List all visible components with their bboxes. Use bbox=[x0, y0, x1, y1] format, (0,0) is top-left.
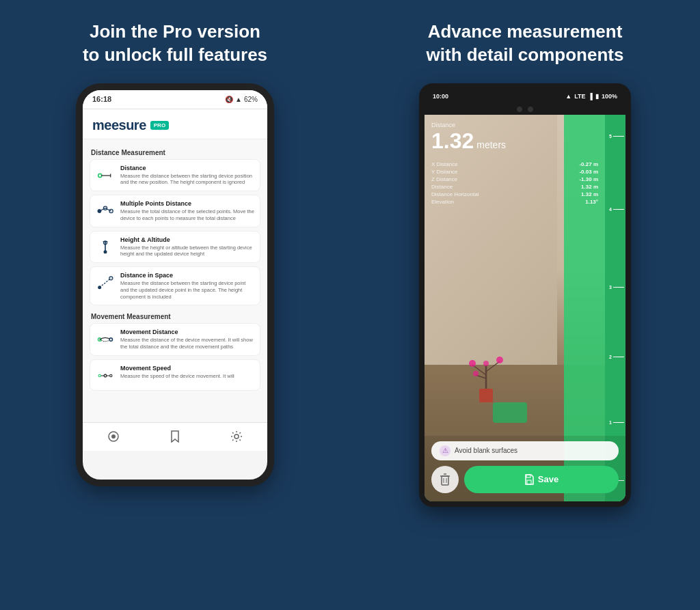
nav-home-icon[interactable] bbox=[107, 430, 120, 443]
svg-point-21 bbox=[105, 375, 106, 376]
menu-item-distance[interactable]: Distance Measure the distance between th… bbox=[90, 159, 260, 192]
nav-settings-icon[interactable] bbox=[230, 430, 243, 443]
meas-row-x: X Distance -0.27 m bbox=[431, 161, 598, 167]
phone-nav-bar bbox=[83, 422, 267, 451]
svg-point-28 bbox=[234, 434, 239, 439]
lte-icon: LTE bbox=[574, 93, 585, 100]
svg-rect-29 bbox=[479, 389, 493, 402]
svg-point-17 bbox=[110, 339, 112, 341]
svg-point-27 bbox=[111, 434, 116, 439]
app-header: meesure PRO bbox=[83, 109, 267, 139]
left-phone-content: meesure PRO Distance Measurement bbox=[83, 109, 267, 451]
camera-dot-1 bbox=[517, 107, 522, 112]
svg-point-19 bbox=[99, 375, 100, 376]
section-movement: Movement Measurement bbox=[90, 309, 260, 323]
save-label: Save bbox=[538, 474, 558, 484]
space-icon bbox=[96, 273, 115, 292]
menu-list: Distance Measurement Distance Measure th… bbox=[83, 139, 267, 422]
movement-speed-icon bbox=[96, 366, 115, 385]
menu-item-movement-distance[interactable]: Movement Distance Measure the distance o… bbox=[90, 323, 260, 356]
distance-icon bbox=[96, 166, 115, 185]
svg-rect-43 bbox=[527, 480, 531, 484]
measurements-table: X Distance -0.27 m Y Distance -0.03 m Z … bbox=[431, 161, 598, 205]
delete-button[interactable] bbox=[431, 466, 459, 493]
section-distance: Distance Measurement bbox=[90, 145, 260, 159]
right-title: Advance measurement with detail componen… bbox=[427, 20, 624, 67]
battery-full-icon: ▮ bbox=[595, 93, 599, 100]
svg-line-13 bbox=[100, 278, 111, 287]
movement-speed-text: Movement Speed Measure the speed of the … bbox=[120, 365, 234, 380]
distance-value: 1.32 bbox=[431, 130, 474, 152]
menu-item-multiple-points[interactable]: Multiple Points Distance Measure the tot… bbox=[90, 195, 260, 227]
camera-dot-2 bbox=[528, 107, 533, 112]
avoid-surfaces-bar: ⚠ Avoid blank surfaces bbox=[431, 441, 619, 460]
avoid-surfaces-text: Avoid blank surfaces bbox=[455, 447, 517, 454]
warning-icon: ⚠ bbox=[440, 445, 450, 456]
space-text: Distance in Space Measure the distance b… bbox=[120, 272, 254, 300]
pro-badge: PRO bbox=[150, 121, 169, 130]
save-button[interactable]: Save bbox=[464, 466, 619, 493]
height-text: Height & Altitude Measure the height or … bbox=[120, 236, 254, 258]
svg-point-3 bbox=[99, 174, 101, 176]
multiple-points-text: Multiple Points Distance Measure the tot… bbox=[120, 200, 254, 222]
multiple-points-icon bbox=[96, 202, 115, 221]
volume-icon: 🔇 bbox=[225, 96, 233, 103]
svg-point-37 bbox=[483, 361, 489, 366]
meas-row-dist: Distance 1.32 m bbox=[431, 184, 598, 190]
app-logo-text: meesure bbox=[92, 117, 146, 133]
svg-point-23 bbox=[110, 375, 111, 376]
svg-point-34 bbox=[469, 360, 476, 367]
right-time: 10:00 bbox=[433, 93, 448, 100]
battery-percent: 100% bbox=[602, 93, 617, 100]
wifi-icon: ▲ bbox=[565, 93, 571, 100]
menu-item-space[interactable]: Distance in Space Measure the distance b… bbox=[90, 266, 260, 305]
plant-decoration bbox=[466, 351, 507, 406]
measurement-overlay: Distance 1.32 meters X Distance -0.27 m … bbox=[425, 115, 605, 213]
left-status-bar: 16:18 🔇 ▲ 62% bbox=[83, 90, 267, 109]
camera-row bbox=[425, 104, 625, 115]
left-title: Join the Pro version to unlock full feat… bbox=[83, 20, 267, 67]
meas-row-horiz: Distance Horizontal 1.32 m bbox=[431, 191, 598, 197]
movement-distance-text: Movement Distance Measure the distance o… bbox=[120, 329, 254, 350]
menu-item-movement-speed[interactable]: Movement Speed Measure the speed of the … bbox=[90, 359, 260, 391]
height-icon bbox=[96, 238, 115, 257]
nav-bookmark-icon[interactable] bbox=[168, 430, 182, 443]
right-status-bar: 10:00 ▲ LTE ▐ ▮ 100% bbox=[425, 89, 625, 104]
signal-icon: ▐ bbox=[589, 93, 593, 100]
ruler-mark-5: 5 bbox=[609, 134, 624, 139]
floor-mat bbox=[493, 402, 527, 423]
wifi-icon: ▲ bbox=[235, 96, 242, 103]
phone-right: 10:00 ▲ LTE ▐ ▮ 100% 5 bbox=[419, 83, 631, 507]
right-panel: Advance measurement with detail componen… bbox=[350, 0, 700, 610]
movement-distance-icon bbox=[96, 330, 115, 349]
right-phone-content: 5 4 3 2 1 bbox=[425, 115, 625, 501]
svg-point-9 bbox=[104, 250, 107, 253]
phone-left: 16:18 🔇 ▲ 62% meesure PRO Distance Measu… bbox=[76, 83, 274, 486]
meas-row-y: Y Distance -0.03 m bbox=[431, 169, 598, 175]
ruler-mark-1: 1 bbox=[609, 420, 624, 425]
svg-rect-38 bbox=[442, 476, 448, 485]
right-status-icons: ▲ LTE ▐ ▮ 100% bbox=[565, 93, 617, 100]
bottom-action-bar: ⚠ Avoid blank surfaces bbox=[425, 436, 625, 501]
left-time: 16:18 bbox=[92, 95, 111, 103]
meas-row-elev: Elevation 1.13° bbox=[431, 199, 598, 205]
battery-icon: 62% bbox=[244, 96, 258, 103]
action-buttons-row: Save bbox=[431, 466, 619, 493]
ruler-mark-2: 2 bbox=[609, 355, 624, 359]
distance-label: Distance bbox=[431, 122, 598, 128]
app-logo: meesure PRO bbox=[92, 117, 258, 133]
ruler-mark-4: 4 bbox=[609, 207, 624, 212]
menu-item-height[interactable]: Height & Altitude Measure the height or … bbox=[90, 231, 260, 264]
ruler-mark-3: 3 bbox=[609, 285, 624, 290]
meas-row-z: Z Distance -1.30 m bbox=[431, 176, 598, 182]
distance-value-row: 1.32 meters bbox=[431, 130, 598, 152]
svg-point-35 bbox=[496, 357, 503, 363]
left-status-icons: 🔇 ▲ 62% bbox=[225, 96, 258, 103]
svg-point-36 bbox=[473, 371, 479, 376]
left-panel: Join the Pro version to unlock full feat… bbox=[0, 0, 350, 610]
distance-unit: meters bbox=[476, 139, 506, 150]
distance-text: Distance Measure the distance between th… bbox=[120, 165, 254, 186]
